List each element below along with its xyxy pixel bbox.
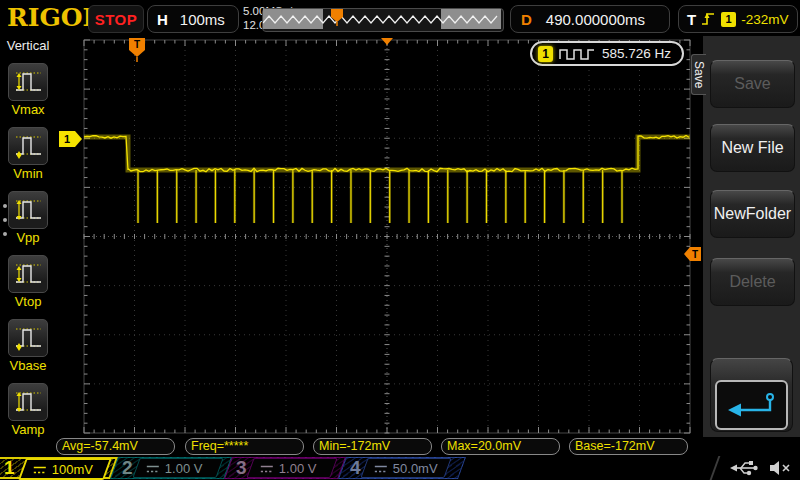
vamp-icon: [13, 387, 43, 417]
vamp-button[interactable]: [8, 383, 48, 421]
run-state-indicator[interactable]: STOP: [88, 5, 144, 33]
menu-item-vmin[interactable]: Vmin: [8, 127, 48, 181]
vmin-button[interactable]: [8, 127, 48, 165]
channel-2-scale-box: 1.00 V: [132, 458, 223, 478]
channel-3-number: 3: [236, 457, 247, 479]
menu-item-vpp[interactable]: Vpp: [8, 191, 48, 245]
softkey-new-file[interactable]: New File: [710, 124, 795, 172]
measurement-freq: Freq=*****: [185, 438, 304, 455]
measurement-min: Min=-172mV: [313, 438, 432, 455]
measurement-readouts: Avg=-57.4mV Freq=***** Min=-172mV Max=20…: [0, 437, 800, 456]
softkey-new-folder[interactable]: NewFolder: [710, 190, 795, 238]
menu-item-vamp[interactable]: Vamp: [8, 383, 48, 437]
timebase-value: 100ms: [180, 11, 225, 28]
vamp-label: Vamp: [12, 422, 45, 437]
channel-3-scale-box: 1.00 V: [246, 458, 337, 478]
menu-item-vmax[interactable]: Vmax: [8, 63, 48, 117]
back-button[interactable]: [715, 380, 788, 430]
dc-coupling-icon: [374, 463, 388, 473]
trigger-label: T: [687, 11, 696, 28]
channel-4-scale-box: 50.0mV: [360, 458, 451, 478]
vmin-label: Vmin: [13, 166, 43, 181]
channel-3-scale: 1.00 V: [279, 461, 317, 476]
channel-1-ground-marker[interactable]: [59, 131, 82, 147]
return-arrow-icon: [725, 391, 779, 419]
waveform-position-preview[interactable]: [262, 8, 504, 32]
delay-box[interactable]: D 490.000000ms: [510, 5, 670, 33]
statusbar-divider: [710, 456, 721, 480]
speaker-muted-icon: [768, 459, 792, 477]
vpp-icon: [13, 195, 43, 225]
window-center-marker: [381, 38, 393, 45]
measurement-base: Base=-172mV: [569, 438, 688, 455]
vtop-button[interactable]: [8, 255, 48, 293]
vertical-measure-menu: Vertical Vmax Vmin Vpp Vtop Vbase Vamp: [0, 36, 56, 437]
timebase-label: H: [157, 11, 168, 28]
counter-source-badge: 1: [538, 46, 553, 62]
channel-2-number: 2: [122, 457, 133, 479]
vbase-label: Vbase: [10, 358, 47, 373]
vtop-icon: [13, 259, 43, 289]
channel-2-indicator[interactable]: 2 1.00 V: [114, 457, 226, 479]
vmin-icon: [13, 131, 43, 161]
frequency-counter: 1 585.726 Hz: [530, 41, 684, 66]
dc-coupling-icon: [146, 463, 160, 473]
scope-display: 1TT 1 585.726 Hz: [56, 36, 703, 437]
menu-scroll-dots: [3, 204, 7, 236]
softkey-menu-tab: Save: [691, 54, 706, 95]
channel-4-number: 4: [350, 457, 361, 479]
trigger-level-value: -232mV: [741, 12, 788, 27]
vmax-icon: [13, 67, 43, 97]
brand-logo: RIGOL: [7, 3, 100, 32]
softkey-save[interactable]: Save: [710, 60, 795, 108]
svg-text:T: T: [134, 39, 140, 50]
trigger-source-badge: 1: [721, 12, 736, 27]
timebase-box[interactable]: H 100ms: [147, 5, 239, 33]
softkey-menu: Save Save New File NewFolder Delete: [703, 36, 800, 437]
vpp-button[interactable]: [8, 191, 48, 229]
delay-value: 490.000000ms: [546, 11, 645, 28]
top-status-bar: RIGOL STOP H 100ms 5.00MSa/s 12.0M pts D…: [0, 0, 800, 36]
dc-coupling-icon: [33, 464, 47, 474]
menu-item-vbase[interactable]: Vbase: [8, 319, 48, 373]
rising-edge-icon: [701, 11, 716, 27]
usb-icon: [728, 458, 758, 478]
channel-1-scale: 100mV: [52, 462, 93, 477]
measurement-max: Max=20.0mV: [441, 438, 560, 455]
softkey-back[interactable]: [710, 358, 793, 432]
channel-4-scale: 50.0mV: [393, 461, 438, 476]
square-wave-icon: [559, 47, 595, 61]
menu-title: Vertical: [7, 38, 50, 53]
vtop-label: Vtop: [15, 294, 42, 309]
vbase-button[interactable]: [8, 319, 48, 357]
channel-3-indicator[interactable]: 3 1.00 V: [228, 457, 340, 479]
vpp-label: Vpp: [16, 230, 39, 245]
softkey-delete[interactable]: Delete: [710, 258, 795, 306]
counter-value: 585.726 Hz: [602, 46, 671, 61]
preview-waveform: [263, 9, 501, 29]
channel-1-indicator[interactable]: 1 100mV: [0, 457, 110, 479]
channel-2-scale: 1.00 V: [165, 461, 203, 476]
dc-coupling-icon: [260, 463, 274, 473]
channel-1-number: 1: [4, 457, 15, 479]
trigger-box[interactable]: T 1 -232mV: [678, 5, 798, 33]
channel-4-indicator[interactable]: 4 50.0mV: [342, 457, 460, 479]
channel-1-scale-box: 100mV: [18, 458, 112, 480]
svg-text:1: 1: [64, 133, 70, 145]
vmax-label: Vmax: [11, 102, 44, 117]
measurement-avg: Avg=-57.4mV: [56, 438, 175, 455]
vbase-icon: [13, 323, 43, 353]
delay-label: D: [521, 11, 532, 28]
channel-status-bar: 1 100mV 2 1.00 V 3: [0, 456, 800, 480]
menu-item-vtop[interactable]: Vtop: [8, 255, 48, 309]
vmax-button[interactable]: [8, 63, 48, 101]
waveform-grid: 1TT: [56, 36, 703, 437]
svg-text:T: T: [692, 249, 698, 260]
